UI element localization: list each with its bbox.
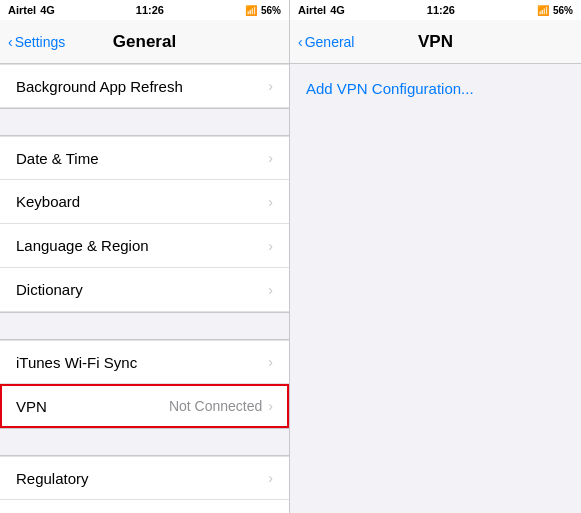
right-nav-title: VPN: [418, 32, 453, 52]
language-region-right: ›: [268, 238, 273, 254]
itunes-wifi-sync-chevron-icon: ›: [268, 354, 273, 370]
regulatory-right: ›: [268, 470, 273, 486]
right-status-bar: Airtel 4G 11:26 📶 56%: [290, 0, 581, 20]
section-background: Background App Refresh ›: [0, 64, 289, 108]
left-status-carrier: Airtel 4G: [8, 4, 55, 16]
right-nav-bar: ‹ General VPN: [290, 20, 581, 64]
right-back-chevron-icon: ‹: [298, 34, 303, 50]
language-region-label: Language & Region: [16, 237, 149, 254]
section-itunes: iTunes Wi-Fi Sync ›: [0, 340, 289, 384]
itunes-wifi-sync-right: ›: [268, 354, 273, 370]
date-time-chevron-icon: ›: [268, 150, 273, 166]
right-back-label: General: [305, 34, 355, 50]
right-panel: Airtel 4G 11:26 📶 56% ‹ General VPN Add …: [290, 0, 581, 513]
language-region-chevron-icon: ›: [268, 238, 273, 254]
right-network-type: 4G: [330, 4, 345, 16]
background-app-refresh-label: Background App Refresh: [16, 78, 183, 95]
date-time-right: ›: [268, 150, 273, 166]
dictionary-chevron-icon: ›: [268, 282, 273, 298]
dictionary-label: Dictionary: [16, 281, 83, 298]
background-app-refresh-right: ›: [268, 78, 273, 94]
keyboard-right: ›: [268, 194, 273, 210]
vpn-label: VPN: [16, 398, 47, 415]
right-status-right: 📶 56%: [537, 5, 573, 16]
right-back-button[interactable]: ‹ General: [298, 34, 354, 50]
left-nav-title: General: [113, 32, 176, 52]
vpn-status-value: Not Connected: [169, 398, 262, 414]
spacer-2: [0, 312, 289, 340]
left-back-label: Settings: [15, 34, 66, 50]
right-carrier-text: Airtel: [298, 4, 326, 16]
left-status-right: 📶 56%: [245, 5, 281, 16]
dictionary-right: ›: [268, 282, 273, 298]
left-wifi-icon: 📶: [245, 5, 257, 16]
left-status-bar: Airtel 4G 11:26 📶 56%: [0, 0, 289, 20]
item-background-app-refresh[interactable]: Background App Refresh ›: [0, 64, 289, 108]
left-network-type: 4G: [40, 4, 55, 16]
right-status-time: 11:26: [427, 4, 455, 16]
item-reset[interactable]: Reset ›: [0, 500, 289, 513]
vpn-chevron-icon: ›: [268, 398, 273, 414]
right-vpn-content: Add VPN Configuration...: [290, 64, 581, 114]
section-date-keyboard: Date & Time › Keyboard › Language & Regi…: [0, 136, 289, 312]
item-regulatory[interactable]: Regulatory ›: [0, 456, 289, 500]
keyboard-chevron-icon: ›: [268, 194, 273, 210]
left-back-button[interactable]: ‹ Settings: [8, 34, 65, 50]
left-back-chevron-icon: ‹: [8, 34, 13, 50]
item-vpn[interactable]: VPN Not Connected ›: [0, 384, 289, 428]
keyboard-label: Keyboard: [16, 193, 80, 210]
regulatory-chevron-icon: ›: [268, 470, 273, 486]
left-panel: Airtel 4G 11:26 📶 56% ‹ Settings General…: [0, 0, 290, 513]
left-settings-list: Background App Refresh › Date & Time › K…: [0, 64, 289, 513]
itunes-wifi-sync-label: iTunes Wi-Fi Sync: [16, 354, 137, 371]
spacer-3: [0, 428, 289, 456]
spacer-1: [0, 108, 289, 136]
vpn-right: Not Connected ›: [169, 398, 273, 414]
regulatory-label: Regulatory: [16, 470, 89, 487]
item-keyboard[interactable]: Keyboard ›: [0, 180, 289, 224]
right-wifi-icon: 📶: [537, 5, 549, 16]
item-language-region[interactable]: Language & Region ›: [0, 224, 289, 268]
right-status-carrier: Airtel 4G: [298, 4, 345, 16]
background-app-refresh-chevron-icon: ›: [268, 78, 273, 94]
add-vpn-link[interactable]: Add VPN Configuration...: [306, 80, 474, 97]
left-battery-icon: 56%: [261, 5, 281, 16]
date-time-label: Date & Time: [16, 150, 99, 167]
left-nav-bar: ‹ Settings General: [0, 20, 289, 64]
section-regulatory: Regulatory › Reset ›: [0, 456, 289, 513]
item-itunes-wifi-sync[interactable]: iTunes Wi-Fi Sync ›: [0, 340, 289, 384]
left-carrier-text: Airtel: [8, 4, 36, 16]
item-date-time[interactable]: Date & Time ›: [0, 136, 289, 180]
left-status-time: 11:26: [136, 4, 164, 16]
right-battery-icon: 56%: [553, 5, 573, 16]
item-dictionary[interactable]: Dictionary ›: [0, 268, 289, 312]
